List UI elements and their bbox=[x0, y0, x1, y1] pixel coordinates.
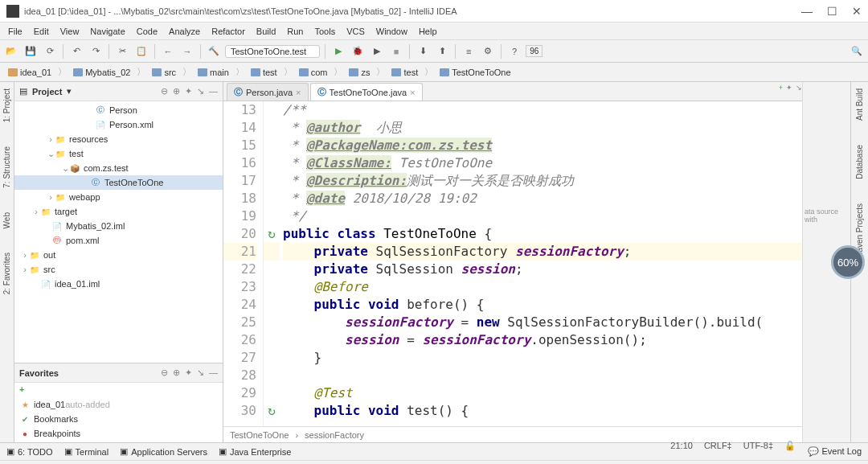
fav-Bookmarks[interactable]: ✔Bookmarks bbox=[14, 412, 223, 426]
crumb-Mybatis_02[interactable]: Mybatis_02 bbox=[70, 67, 133, 78]
menu-code[interactable]: Code bbox=[132, 25, 162, 38]
rail-Database[interactable]: Database bbox=[855, 145, 864, 179]
hide-icon[interactable]: ↘ bbox=[197, 86, 204, 96]
menu-tools[interactable]: Tools bbox=[309, 25, 340, 38]
tree-item-com.zs.test[interactable]: ⌄📦com.zs.test bbox=[14, 161, 223, 175]
line-gutter[interactable]: 131415161718192021222324252627282930 bbox=[223, 101, 264, 426]
minimize-panel-icon[interactable]: — bbox=[209, 368, 218, 378]
tree-item-resources[interactable]: ›📁resources bbox=[14, 132, 223, 146]
stop-icon[interactable]: ■ bbox=[388, 43, 404, 60]
crumb-TestOneToOne[interactable]: TestOneToOne bbox=[436, 67, 514, 78]
menu-view[interactable]: View bbox=[55, 25, 84, 38]
menu-refactor[interactable]: Refactor bbox=[207, 25, 250, 38]
crumb-test[interactable]: test bbox=[248, 67, 280, 78]
tab-Person.java[interactable]: ⒸPerson.java× bbox=[227, 83, 309, 101]
menu-window[interactable]: Window bbox=[371, 25, 412, 38]
favorites-tree[interactable]: ★idea_01 auto-added✔Bookmarks●Breakpoint… bbox=[14, 396, 223, 442]
tree-item-Person.xml[interactable]: 📄Person.xml bbox=[14, 117, 223, 132]
collapse-icon[interactable]: ⊖ bbox=[161, 86, 168, 96]
menu-run[interactable]: Run bbox=[282, 25, 308, 38]
rail-1: Project[interactable]: 1: Project bbox=[2, 88, 11, 122]
tree-item-test[interactable]: ⌄📁test bbox=[14, 146, 223, 161]
menu-help[interactable]: Help bbox=[414, 25, 442, 38]
menu-edit[interactable]: Edit bbox=[29, 25, 54, 38]
tree-item-out[interactable]: ›📁out bbox=[14, 248, 223, 262]
tree-item-pom.xml[interactable]: ⓜpom.xml bbox=[14, 233, 223, 248]
vcs-update-icon[interactable]: ⬇ bbox=[415, 43, 431, 60]
tree-item-src[interactable]: ›📁src bbox=[14, 262, 223, 277]
cut-icon[interactable]: ✂ bbox=[114, 43, 130, 60]
gear-icon[interactable]: ✦ bbox=[185, 86, 192, 96]
vcs-commit-icon[interactable]: ⬆ bbox=[434, 43, 450, 60]
run-config-dropdown[interactable]: TestOneToOne.test bbox=[225, 45, 320, 58]
bottom-tab-6: TODO[interactable]: ▣6: TODO bbox=[6, 446, 53, 457]
rail-Ant Build[interactable]: Ant Build bbox=[855, 88, 864, 121]
collapse-icon[interactable]: ⊖ bbox=[161, 368, 168, 378]
menu-analyze[interactable]: Analyze bbox=[164, 25, 205, 38]
help-icon[interactable]: ? bbox=[506, 43, 522, 60]
run-gutter-icon[interactable]: ↻ bbox=[264, 402, 280, 420]
close-tab-icon[interactable]: × bbox=[410, 88, 415, 97]
menu-vcs[interactable]: VCS bbox=[342, 25, 370, 38]
line-separator[interactable]: CRLF‡ bbox=[704, 441, 732, 450]
tree-item-Person[interactable]: ⒸPerson bbox=[14, 103, 223, 117]
build-icon[interactable]: 🔨 bbox=[206, 43, 222, 60]
file-encoding[interactable]: UTF-8‡ bbox=[743, 441, 773, 450]
crumb-idea_01[interactable]: idea_01 bbox=[5, 67, 55, 78]
bottom-tab-Application Servers[interactable]: ▣Application Servers bbox=[120, 446, 207, 457]
gear-icon[interactable]: ✦ bbox=[786, 84, 792, 92]
target-icon[interactable]: ⊕ bbox=[173, 86, 180, 96]
search-icon[interactable]: 🔍 bbox=[849, 43, 865, 60]
tree-item-webapp[interactable]: ›📁webapp bbox=[14, 190, 223, 204]
project-tree[interactable]: ⒸPerson📄Person.xml›📁resources⌄📁test⌄📦com… bbox=[14, 101, 223, 363]
run-icon[interactable]: ▶ bbox=[330, 43, 346, 60]
tree-item-Mybatis_02.iml[interactable]: 📄Mybatis_02.iml bbox=[14, 219, 223, 233]
settings-icon[interactable]: ⚙ bbox=[480, 43, 496, 60]
progress-indicator[interactable]: 60% bbox=[831, 245, 865, 279]
hide-icon[interactable]: ↘ bbox=[796, 84, 802, 92]
minimize-button[interactable]: — bbox=[801, 5, 813, 18]
forward-icon[interactable]: → bbox=[179, 43, 195, 60]
redo-icon[interactable]: ↷ bbox=[88, 43, 104, 60]
crumb-test[interactable]: test bbox=[388, 67, 421, 78]
bottom-tab-Terminal[interactable]: ▣Terminal bbox=[64, 446, 109, 457]
fav-Breakpoints[interactable]: ●Breakpoints bbox=[14, 426, 223, 441]
tree-item-target[interactable]: ›📁target bbox=[14, 204, 223, 219]
maximize-button[interactable]: ☐ bbox=[827, 5, 837, 18]
rail-7: Structure[interactable]: 7: Structure bbox=[2, 146, 11, 188]
crumb-zs[interactable]: zs bbox=[346, 67, 373, 78]
tab-TestOneToOne.java[interactable]: ⒸTestOneToOne.java× bbox=[310, 83, 423, 101]
menu-navigate[interactable]: Navigate bbox=[85, 25, 129, 38]
save-icon[interactable]: 💾 bbox=[23, 43, 39, 60]
rail-2: Favorites[interactable]: 2: Favorites bbox=[2, 253, 11, 294]
close-tab-icon[interactable]: × bbox=[296, 88, 301, 97]
tree-item-TestOneToOne[interactable]: ⒸTestOneToOne bbox=[14, 175, 223, 190]
structure-icon[interactable]: ≡ bbox=[461, 43, 477, 60]
debug-icon[interactable]: 🐞 bbox=[350, 43, 366, 60]
back-icon[interactable]: ← bbox=[160, 43, 176, 60]
minimize-panel-icon[interactable]: — bbox=[209, 86, 218, 96]
tree-item-idea_01.iml[interactable]: 📄idea_01.iml bbox=[14, 277, 223, 291]
coverage-icon[interactable]: ▶ bbox=[369, 43, 385, 60]
lock-icon[interactable]: 🔓 bbox=[784, 441, 796, 451]
dropdown-icon[interactable]: ▾ bbox=[67, 86, 72, 96]
event-log-tab[interactable]: 💬 Event Log bbox=[808, 446, 862, 457]
gear-icon[interactable]: ✦ bbox=[185, 368, 192, 378]
code-editor[interactable]: /** * @author 小思 * @PackageName:com.zs.t… bbox=[280, 101, 802, 426]
run-gutter-icon[interactable]: ↻ bbox=[264, 225, 280, 243]
crumb-src[interactable]: src bbox=[149, 67, 179, 78]
close-button[interactable]: ✕ bbox=[852, 5, 862, 18]
crumb-main[interactable]: main bbox=[194, 67, 232, 78]
add-icon[interactable]: + bbox=[779, 84, 783, 92]
undo-icon[interactable]: ↶ bbox=[68, 43, 84, 60]
open-file-icon[interactable]: 📂 bbox=[3, 43, 19, 60]
add-favorite-icon[interactable]: + bbox=[19, 384, 24, 394]
refresh-icon[interactable]: ⟳ bbox=[42, 43, 58, 60]
expand-icon[interactable]: ⊕ bbox=[173, 368, 180, 378]
menu-build[interactable]: Build bbox=[252, 25, 280, 38]
crumb-com[interactable]: com bbox=[296, 67, 331, 78]
menu-file[interactable]: File bbox=[3, 25, 27, 38]
copy-icon[interactable]: 📋 bbox=[133, 43, 149, 60]
rail-Web[interactable]: Web bbox=[2, 212, 11, 228]
fav-idea_01[interactable]: ★idea_01 auto-added bbox=[14, 397, 223, 412]
